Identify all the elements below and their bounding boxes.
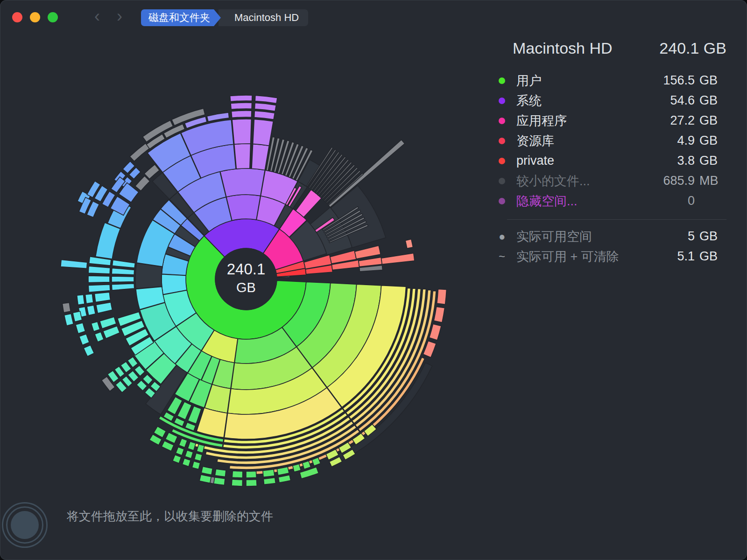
chart-segment[interactable] [220,168,265,197]
chart-segment[interactable] [277,467,289,475]
legend-dot [499,198,505,204]
chart-center-label: 240.1 [227,260,266,278]
chart-segment[interactable] [254,111,275,119]
drop-zone-circle [11,511,39,539]
chart-segment[interactable] [77,295,85,305]
free-purgeable-value: 5.1 [653,249,695,264]
chart-segment[interactable] [112,260,135,268]
legend-dot [499,98,505,104]
chart-segment[interactable] [96,223,120,259]
legend-row-applications[interactable]: 应用程序 27.2 GB [496,111,726,131]
chart-segment[interactable] [112,284,134,290]
chart-segment[interactable] [130,143,149,161]
chart-segment[interactable] [252,144,269,170]
chart-segment[interactable] [215,469,226,477]
legend-unit: GB [695,154,726,168]
chart-segment[interactable] [405,239,413,248]
chart-segment[interactable] [230,95,252,101]
chart-center-label: GB [236,280,256,295]
chart-segment[interactable] [278,475,291,483]
legend-dot [499,178,505,184]
free-purgeable-label: 实际可用 + 可清除 [516,248,653,265]
free-purgeable-unit: GB [695,249,726,264]
chart-segment[interactable] [188,441,196,450]
legend-unit: GB [695,73,726,88]
collector-drop-zone[interactable] [2,502,48,548]
chart-segment[interactable] [79,334,90,345]
info-panel: Macintosh HD 240.1 GB 用户 156.5 GB 系统 54.… [496,39,726,266]
chart-segment[interactable] [64,314,74,326]
chart-segment[interactable] [231,103,252,109]
chart-segment[interactable] [234,144,251,169]
chart-segment[interactable] [429,324,441,340]
chart-segment[interactable] [226,195,261,221]
legend-row-library[interactable]: 资源库 4.9 GB [496,131,726,151]
chart-segment[interactable] [182,458,190,467]
chart-segment[interactable] [85,294,93,304]
chart-segment[interactable] [179,438,187,448]
legend-row-system[interactable]: 系统 54.6 GB [496,91,726,111]
legend-row-hidden-space[interactable]: 隐藏空间... 0 [496,191,726,211]
chart-segment[interactable] [84,345,94,356]
chart-segment[interactable] [197,408,227,438]
chart-segment[interactable] [232,471,243,478]
chart-segment[interactable] [88,266,110,273]
chart-segment[interactable] [232,119,251,144]
chart-segment[interactable] [263,478,275,485]
chart-segment[interactable] [263,469,275,477]
app-screenshot: ‹ › Macintosh HD 磁盘和文件夹 240.1GB Macintos… [0,0,747,560]
chart-segment[interactable] [434,307,444,322]
chart-segment[interactable] [194,453,202,461]
chart-segment[interactable] [246,471,256,478]
chart-segment[interactable] [135,176,150,191]
chart-segment[interactable] [76,323,85,334]
chart-segment[interactable] [91,322,100,331]
chart-segment[interactable] [437,289,447,305]
chart-segment[interactable] [95,292,111,302]
legend-dot [499,138,505,144]
legend-label-link[interactable]: 隐藏空间... [516,193,653,210]
chart-segment[interactable] [135,263,162,289]
legend-label: 系统 [516,92,653,109]
volume-total-size: 240.1 GB [659,39,726,57]
chart-segment[interactable] [381,253,415,264]
chart-segment[interactable] [232,111,252,118]
chart-segment[interactable] [87,305,95,315]
chart-segment[interactable] [293,464,301,472]
chart-segment[interactable] [95,332,104,342]
legend-row-private[interactable]: private 3.8 GB [496,151,726,171]
chart-segment[interactable] [232,479,242,486]
chart-segment[interactable] [112,268,134,274]
chart-segment[interactable] [254,103,276,111]
chart-segment[interactable] [61,259,87,268]
chart-segment[interactable] [62,303,70,313]
chart-segment[interactable] [253,119,274,146]
legend-label: 应用程序 [516,112,653,129]
chart-segment[interactable] [173,455,181,463]
chart-segment[interactable] [103,326,120,339]
chart-segment[interactable] [214,477,226,485]
chart-segment[interactable] [176,447,184,455]
chart-segment[interactable] [192,461,200,469]
chart-segment[interactable] [355,245,381,259]
free-dot-icon: ● [499,233,505,240]
legend-value: 0 [653,194,695,208]
legend-row-users[interactable]: 用户 156.5 GB [496,70,726,91]
chart-segment[interactable] [88,276,110,283]
legend-row-smaller-files[interactable]: 较小的文件... 685.9 MB [496,171,726,191]
legend-unit: GB [695,133,726,148]
volume-title: Macintosh HD [513,39,613,57]
legend-value: 54.6 [653,93,695,108]
chart-segment[interactable] [96,302,113,314]
chart-segment[interactable] [185,450,193,459]
chart-segment[interactable] [112,276,134,282]
chart-segment[interactable] [201,466,212,475]
legend-label: 资源库 [516,133,653,149]
chart-segment[interactable] [88,285,110,293]
chart-segment[interactable] [73,311,82,322]
chart-segment[interactable] [300,467,319,479]
chart-segment[interactable] [199,475,211,483]
legend-label: 较小的文件... [516,173,653,189]
chart-segment[interactable] [246,479,257,486]
chart-segment[interactable] [255,96,277,104]
